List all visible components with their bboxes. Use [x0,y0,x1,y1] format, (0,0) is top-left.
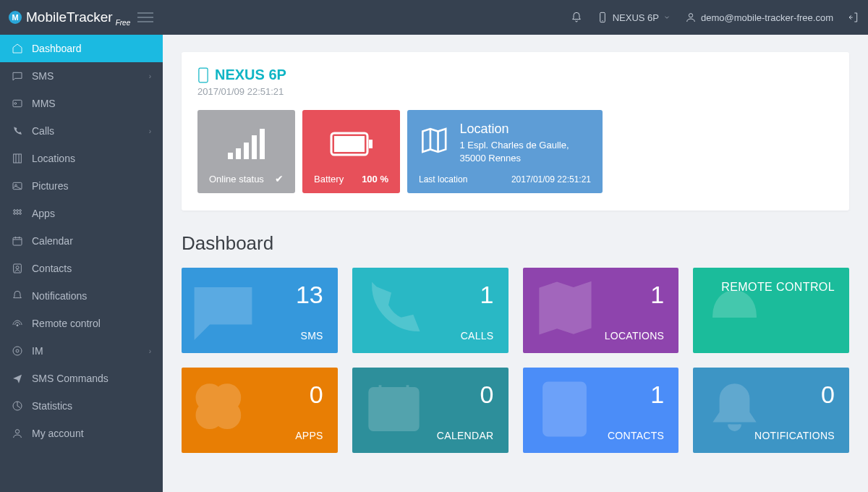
sidebar-item-label: Notifications [32,290,87,302]
svg-point-13 [20,213,22,215]
sidebar-item-remote-control[interactable]: Remote control [0,310,163,337]
tile-label: APPS [295,430,323,441]
nav-icon [12,180,23,192]
tile-count: 1 [480,281,494,309]
tile-label: CALENDAR [437,430,494,441]
tile-count: 1 [650,381,664,409]
dashboard-tile-contacts[interactable]: 1CONTACTS [523,368,679,453]
sidebar-item-calendar[interactable]: Calendar [0,227,163,255]
sidebar-item-contacts[interactable]: Contacts [0,255,163,282]
dashboard-grid: 13SMS1CALLS1LOCATIONSREMOTE CONTROL0APPS… [182,268,849,453]
account-email: demo@mobile-tracker-free.com [701,12,833,23]
tile-count: 0 [310,381,323,409]
svg-point-19 [16,349,19,352]
sidebar-item-notifications[interactable]: Notifications [0,282,163,310]
check-icon: ✔ [275,173,284,184]
sidebar-item-label: Calls [32,125,54,137]
location-address: 1 Espl. Charles de Gaulle, 35000 Rennes [459,139,591,164]
online-status-label: Online status [209,174,264,184]
svg-point-10 [20,210,22,212]
svg-rect-5 [14,154,22,163]
menu-toggle-icon[interactable] [137,9,153,25]
user-icon [685,12,697,23]
tile-label: CALLS [461,330,494,342]
device-name: NEXUS 6P [215,67,286,83]
dashboard-tile-apps[interactable]: 0APPS [182,368,338,453]
logout-button[interactable] [848,12,859,23]
dashboard-tile-remote-control[interactable]: REMOTE CONTROL [693,268,849,353]
tile-bg-icon [359,375,428,444]
bell-icon [571,12,582,23]
dashboard-tile-calls[interactable]: 1CALLS [352,268,509,353]
svg-rect-24 [369,140,373,148]
sidebar-item-statistics[interactable]: Statistics [0,392,163,420]
tile-count: 1 [650,281,664,309]
account-menu[interactable]: demo@mobile-tracker-free.com [685,12,833,23]
svg-point-18 [13,347,22,355]
sidebar-item-pictures[interactable]: Pictures [0,172,163,200]
device-timestamp: 2017/01/09 22:51:21 [197,86,833,97]
dashboard-tile-sms[interactable]: 13SMS [182,268,338,353]
nav-icon [12,400,23,412]
tile-count: 0 [821,381,835,409]
device-selector[interactable]: NEXUS 6P [597,12,671,23]
nav-icon [12,125,23,137]
svg-point-2 [689,14,692,17]
chevron-down-icon [663,14,671,21]
brand-badge-icon: M [9,11,22,24]
device-title: NEXUS 6P [197,67,833,83]
tile-bg-icon [530,275,599,344]
battery-value: 100 % [362,174,388,184]
sidebar-item-label: Remote control [32,318,101,329]
sidebar-item-label: Locations [32,153,75,164]
last-location-time: 2017/01/09 22:51:21 [511,174,591,184]
sidebar-item-calls[interactable]: Calls› [0,117,163,145]
top-header: M MobileTracker Free NEXUS 6P demo@mobil… [0,0,868,35]
sidebar-item-mms[interactable]: MMS [0,90,163,117]
brand-logo[interactable]: M MobileTracker Free [9,9,130,27]
tile-label: REMOTE CONTROL [721,281,835,294]
svg-rect-25 [334,136,365,152]
svg-point-17 [17,325,18,326]
map-icon [419,120,449,161]
nav-icon [12,345,23,357]
tile-label: CONTACTS [608,430,664,441]
sidebar-item-sms[interactable]: SMS› [0,62,163,90]
nav-icon [12,235,23,247]
svg-rect-15 [14,264,22,273]
tile-bg-icon [530,375,599,444]
header-right: NEXUS 6P demo@mobile-tracker-free.com [571,12,859,23]
sidebar-item-label: SMS [32,70,54,82]
nav-icon [12,290,23,302]
device-summary-card: NEXUS 6P 2017/01/09 22:51:21 Online stat… [182,52,849,211]
svg-point-4 [14,103,17,105]
sidebar-item-dashboard[interactable]: Dashboard [0,35,163,62]
online-status-tile[interactable]: Online status ✔ [197,110,295,193]
nav-icon [12,318,23,329]
sidebar-item-im[interactable]: IM› [0,337,163,365]
sidebar: DashboardSMS›MMSCalls›LocationsPicturesA… [0,35,163,492]
sidebar-item-label: My account [32,428,84,439]
notifications-button[interactable] [571,12,582,23]
tile-count: 0 [480,381,494,409]
svg-point-16 [16,266,19,269]
sidebar-item-my-account[interactable]: My account [0,420,163,447]
chevron-right-icon: › [149,347,151,355]
dashboard-tile-locations[interactable]: 1LOCATIONS [523,268,679,353]
sidebar-item-locations[interactable]: Locations [0,145,163,172]
sidebar-item-apps[interactable]: Apps [0,200,163,227]
sidebar-item-label: Apps [32,208,55,219]
dashboard-tile-notifications[interactable]: 0NOTIFICATIONS [693,368,849,453]
battery-label: Battery [314,174,344,184]
main-content: NEXUS 6P 2017/01/09 22:51:21 Online stat… [163,35,868,492]
nav-icon [12,153,23,164]
nav-icon [12,428,23,439]
battery-tile[interactable]: Battery 100 % [302,110,400,193]
tile-bg-icon [189,375,258,444]
sidebar-item-sms-commands[interactable]: SMS Commands [0,365,163,392]
sidebar-item-label: IM [32,345,43,357]
nav-icon [12,373,23,384]
dashboard-tile-calendar[interactable]: 0CALENDAR [352,368,509,453]
svg-point-28 [556,394,573,411]
location-tile[interactable]: Location 1 Espl. Charles de Gaulle, 3500… [407,110,603,193]
